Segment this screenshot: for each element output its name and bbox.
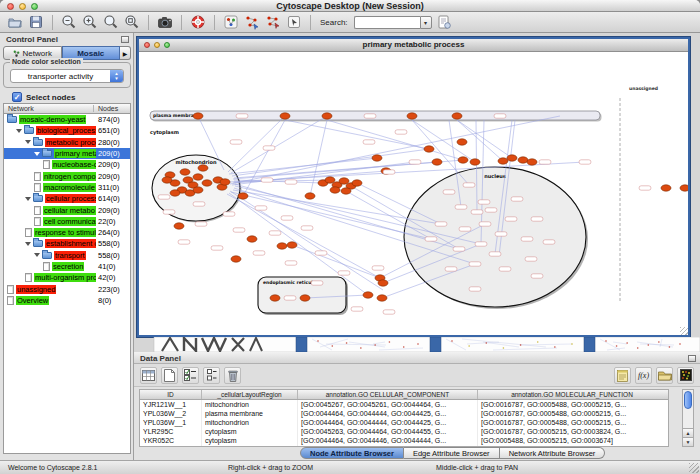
zoom-out-icon[interactable] — [60, 13, 78, 31]
node-label-pill[interactable] — [285, 180, 297, 184]
node-label-pill[interactable] — [230, 140, 242, 144]
node-label-pill[interactable] — [471, 210, 483, 214]
new-attribute-icon[interactable] — [161, 367, 178, 384]
delete-attribute-trash-icon[interactable] — [224, 367, 241, 384]
tab-edge-attribute-browser[interactable]: Edge Attribute Browser — [404, 447, 500, 459]
node-label-pill[interactable] — [531, 217, 543, 221]
node-label-pill[interactable] — [525, 257, 537, 261]
network-node[interactable] — [680, 185, 688, 191]
expand-arrow-icon[interactable] — [16, 129, 22, 133]
node-label-pill[interactable] — [469, 287, 481, 291]
network-node[interactable] — [193, 113, 203, 119]
network-node[interactable] — [458, 157, 468, 163]
background-window-border[interactable] — [584, 337, 595, 352]
node-label-pill[interactable] — [315, 251, 327, 255]
network-node[interactable] — [280, 113, 290, 119]
tree-row-biological-process[interactable]: biological_process651(0) — [4, 125, 130, 136]
network-node[interactable] — [322, 113, 332, 119]
node-label-pill[interactable] — [253, 251, 265, 255]
attribute-table-icon[interactable] — [140, 367, 157, 384]
tree-row-nucleobase-cont[interactable]: nucleobase-cont209(0) — [4, 159, 130, 170]
node-label-pill[interactable] — [539, 160, 551, 164]
tree-row-response-to-stimulu[interactable]: response to stimulu264(0) — [4, 227, 130, 238]
tabs-overflow-arrow[interactable]: ▶ — [120, 46, 131, 60]
help-lifering-icon[interactable] — [189, 13, 207, 31]
table-row[interactable]: YKR052Ccytoplasm[GO:0044464, GO:0044446,… — [140, 436, 668, 445]
expand-arrow-icon[interactable] — [25, 140, 31, 144]
node-label-pill[interactable] — [521, 237, 533, 241]
node-label-pill[interactable] — [223, 212, 235, 216]
node-label-pill[interactable] — [425, 237, 437, 241]
search-dropdown-button[interactable]: ▾ — [420, 16, 432, 29]
tree-row-multi-organism-pro[interactable]: multi-organism pro42(0) — [4, 272, 130, 283]
zoom-fit-icon[interactable] — [123, 13, 141, 31]
network-window-titlebar[interactable]: primary metabolic process — [139, 39, 688, 52]
vizmapper-icon[interactable] — [222, 13, 240, 31]
expand-arrow-icon[interactable] — [25, 197, 31, 201]
node-label-pill[interactable] — [236, 114, 248, 118]
network-column-header[interactable]: Network — [4, 105, 94, 112]
network-node[interactable] — [498, 158, 508, 164]
column-header[interactable]: annotation.GO MOLECULAR_FUNCTION — [478, 390, 666, 399]
node-label-pill[interactable] — [485, 208, 497, 212]
node-label-pill[interactable] — [445, 267, 457, 271]
matrix-heatmap-icon[interactable] — [677, 367, 694, 384]
network-node[interactable] — [180, 169, 190, 175]
window-resize-grip[interactable] — [680, 327, 688, 335]
node-label-pill[interactable] — [211, 246, 223, 250]
node-label-pill[interactable] — [475, 242, 487, 246]
network-node[interactable] — [518, 157, 528, 163]
node-label-pill[interactable] — [163, 210, 175, 214]
node-label-pill[interactable] — [285, 261, 297, 265]
network-node[interactable] — [339, 178, 349, 184]
node-color-dropdown[interactable]: transporter activity ▲▼ — [10, 69, 124, 83]
node-label-pill[interactable] — [469, 262, 481, 266]
table-row[interactable]: YPL036W__2plasma membrane[GO:0044464, GO… — [140, 409, 668, 418]
network-node[interactable] — [407, 113, 417, 119]
node-label-pill[interactable] — [372, 266, 384, 270]
tree-row-cellular-process[interactable]: cellular process614(0) — [4, 193, 130, 204]
node-label-pill[interactable] — [543, 240, 555, 244]
select-attributes-icon[interactable] — [182, 367, 199, 384]
node-label-pill[interactable] — [351, 307, 363, 311]
network-node[interactable] — [247, 236, 257, 242]
network-node[interactable] — [341, 188, 351, 194]
manage-networks-icon[interactable] — [285, 13, 303, 31]
network-node[interactable] — [372, 155, 382, 161]
annotation-notepad-icon[interactable] — [614, 367, 631, 384]
scroll-down-arrow[interactable]: ▼ — [683, 437, 693, 446]
network-canvas[interactable]: unassignedplasma membranecytoplasmnucleu… — [139, 52, 688, 335]
app-resize-grip[interactable] — [689, 463, 699, 473]
node-label-pill[interactable] — [301, 226, 313, 230]
network-node[interactable] — [377, 295, 387, 301]
network-node[interactable] — [661, 185, 671, 191]
node-label-pill[interactable] — [178, 240, 190, 244]
tree-row-primary-metabolic[interactable]: primary metabolic209(0) — [4, 148, 130, 159]
open-file-icon[interactable] — [6, 13, 24, 31]
network-node[interactable] — [457, 139, 467, 145]
node-label-pill[interactable] — [364, 114, 376, 118]
network-node[interactable] — [198, 165, 208, 171]
network-node[interactable] — [424, 146, 434, 152]
network-node[interactable] — [220, 179, 230, 185]
tree-row-metabolic-process[interactable]: metabolic process280(0) — [4, 137, 130, 148]
node-label-pill[interactable] — [281, 216, 293, 220]
network-node[interactable] — [174, 223, 184, 229]
tree-row-mosaic-demo-yeast[interactable]: mosaic-demo-yeast874(0) — [4, 114, 130, 125]
column-header[interactable]: _cellularLayoutRegion — [202, 390, 298, 399]
tab-network-attribute-browser[interactable]: Network Attribute Browser — [500, 447, 606, 459]
create-network-view-icon[interactable] — [243, 13, 261, 31]
table-row[interactable]: YJR121W__1mitochondrion[GO:0045267, GO:0… — [140, 400, 668, 409]
network-node[interactable] — [432, 159, 442, 165]
network-node[interactable] — [300, 295, 310, 301]
node-label-pill[interactable] — [435, 222, 447, 226]
node-label-pill[interactable] — [495, 232, 507, 236]
save-icon[interactable] — [27, 13, 45, 31]
node-label-pill[interactable] — [494, 114, 506, 118]
expand-arrow-icon[interactable] — [34, 152, 40, 156]
table-scrollbar[interactable]: ▲ ▼ — [682, 389, 694, 447]
node-label-pill[interactable] — [409, 160, 421, 164]
zoom-selected-region-icon[interactable] — [102, 13, 120, 31]
network-node[interactable] — [193, 187, 203, 193]
network-node[interactable] — [277, 243, 287, 249]
